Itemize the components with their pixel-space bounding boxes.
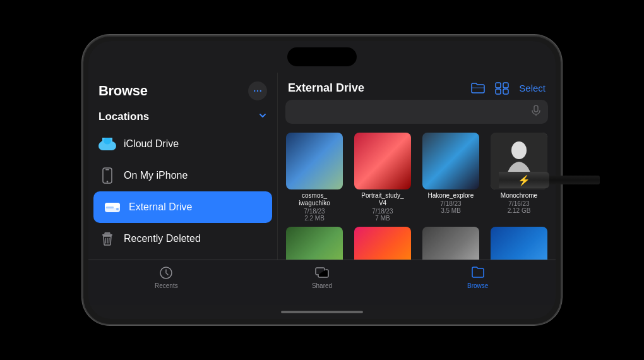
recently-deleted-label: Recently Deleted: [124, 233, 201, 244]
recents-label: Recents: [155, 282, 178, 289]
screen-content: Browse Locations: [88, 41, 556, 319]
sidebar-item-recently-deleted[interactable]: Recently Deleted: [88, 223, 277, 255]
sidebar-item-on-my-iphone[interactable]: On My iPhone: [88, 160, 277, 191]
file-browser: External Drive: [278, 73, 556, 260]
tab-recents[interactable]: Recents: [88, 265, 244, 289]
icloud-label: iCloud Drive: [124, 138, 179, 150]
search-bar[interactable]: [285, 100, 548, 124]
power-button[interactable]: [561, 124, 562, 156]
file-thumb-cosmos: [286, 133, 343, 189]
phone-screen: Browse Locations: [88, 41, 556, 319]
svg-point-0: [254, 90, 255, 92]
sidebar: Browse Locations: [88, 73, 278, 260]
clock-icon: [158, 265, 174, 280]
dynamic-island: [287, 47, 357, 66]
file-name-portrait: Portrait_study_V4: [361, 192, 403, 207]
browse-icon: [470, 265, 486, 280]
select-button[interactable]: Select: [519, 83, 546, 93]
svg-point-2: [260, 90, 261, 92]
file-item-portrait2[interactable]: [419, 227, 482, 260]
file-grid: cosmos_iwaguchiko 7/18/23 2.2 MB Portrai…: [278, 130, 556, 260]
file-item-blue[interactable]: [487, 227, 551, 260]
browse-label: Browse: [467, 282, 488, 289]
sidebar-item-icloud[interactable]: iCloud Drive: [88, 128, 277, 160]
sidebar-header: Browse: [88, 73, 277, 107]
file-thumb-portrait: [354, 133, 411, 189]
file-name-cosmos: cosmos_iwaguchiko: [299, 192, 330, 207]
svg-point-27: [511, 141, 527, 159]
file-item-hakone[interactable]: Hakone_explore 7/18/23 3.5 MB: [419, 133, 482, 222]
file-item-green[interactable]: [283, 227, 346, 260]
svg-rect-15: [102, 234, 112, 236]
svg-rect-22: [496, 89, 501, 94]
file-name-hakone: Hakone_explore: [428, 192, 474, 200]
shared-label: Shared: [312, 282, 332, 289]
browser-header: External Drive: [278, 73, 556, 100]
external-drive-icon: [104, 198, 121, 216]
svg-rect-21: [503, 83, 508, 88]
locations-title: Locations: [98, 111, 149, 123]
more-button[interactable]: [248, 81, 267, 100]
file-item-flower[interactable]: [351, 227, 414, 260]
file-size-mono: 2.12 GB: [508, 207, 531, 214]
tab-browse[interactable]: Browse: [400, 265, 556, 289]
svg-line-16: [105, 238, 106, 243]
cable-assembly: ⚡: [499, 172, 600, 188]
file-size-cosmos: 2.2 MB: [304, 215, 325, 222]
file-date-hakone: 7/18/23: [440, 200, 461, 207]
tab-shared[interactable]: Shared: [244, 265, 400, 289]
file-date-cosmos: 7/18/23: [304, 208, 325, 215]
main-area: Browse Locations: [88, 73, 556, 260]
sidebar-title: Browse: [98, 83, 148, 99]
file-thumb-flower: [354, 227, 411, 260]
iphone-icon: [98, 167, 116, 184]
file-thumb-hakone: [422, 133, 479, 189]
browser-actions: Select: [471, 82, 546, 95]
on-my-iphone-label: On My iPhone: [124, 170, 188, 181]
file-date-portrait: 7/18/23: [372, 208, 393, 215]
file-name-mono: Monochrome: [501, 192, 537, 200]
mic-icon[interactable]: [532, 105, 540, 119]
icloud-icon: [98, 135, 116, 153]
cable-body: [549, 176, 600, 184]
grid-view-button[interactable]: [495, 82, 509, 95]
svg-point-14: [116, 208, 119, 210]
browser-title: External Drive: [288, 81, 364, 95]
svg-rect-13: [106, 207, 114, 208]
volume-down-button[interactable]: [82, 140, 83, 160]
svg-rect-9: [105, 169, 109, 171]
shared-icon: [314, 265, 330, 280]
tags-section: Tags Red: [88, 255, 277, 260]
sidebar-item-external-drive[interactable]: External Drive: [93, 191, 272, 223]
home-indicator: [88, 305, 556, 319]
svg-point-10: [107, 181, 108, 182]
phone-wrapper: Browse Locations: [63, 25, 581, 335]
cable-connector: ⚡: [499, 172, 549, 188]
tab-bar: Recents Shared: [88, 260, 556, 305]
folder-view-button[interactable]: [471, 83, 485, 94]
file-date-mono: 7/16/23: [508, 200, 529, 207]
file-thumb-blue: [491, 227, 547, 260]
lightning-icon: ⚡: [518, 174, 530, 186]
svg-rect-23: [503, 89, 508, 94]
home-indicator-bar: [281, 311, 363, 313]
svg-rect-19: [472, 87, 484, 88]
svg-rect-20: [496, 83, 501, 88]
svg-rect-24: [534, 105, 538, 112]
file-thumb-green: [286, 227, 343, 260]
file-size-hakone: 3.5 MB: [441, 207, 461, 214]
file-item-cosmos[interactable]: cosmos_iwaguchiko 7/18/23 2.2 MB: [283, 133, 346, 222]
file-size-portrait: 7 MB: [375, 215, 390, 222]
file-item-portrait[interactable]: Portrait_study_V4 7/18/23 7 MB: [351, 133, 414, 222]
svg-point-7: [104, 138, 111, 145]
svg-line-18: [109, 238, 110, 243]
external-drive-label: External Drive: [129, 201, 192, 213]
locations-chevron-icon: [258, 111, 267, 123]
locations-section-header[interactable]: Locations: [88, 107, 277, 128]
phone-frame: Browse Locations: [82, 35, 562, 325]
volume-up-button[interactable]: [82, 112, 83, 132]
trash-icon: [98, 230, 116, 248]
svg-point-1: [257, 90, 258, 92]
file-thumb-portrait2: [422, 227, 479, 260]
